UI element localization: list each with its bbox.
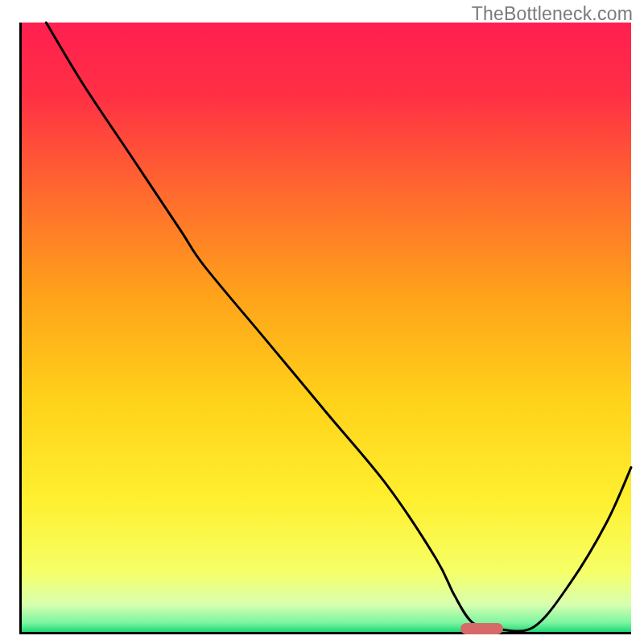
watermark-text: TheBottleneck.com xyxy=(472,3,633,25)
data-curve xyxy=(22,23,631,632)
chart-stage: TheBottleneck.com xyxy=(0,0,644,644)
minimum-marker xyxy=(460,623,503,634)
plot-area xyxy=(19,23,631,634)
